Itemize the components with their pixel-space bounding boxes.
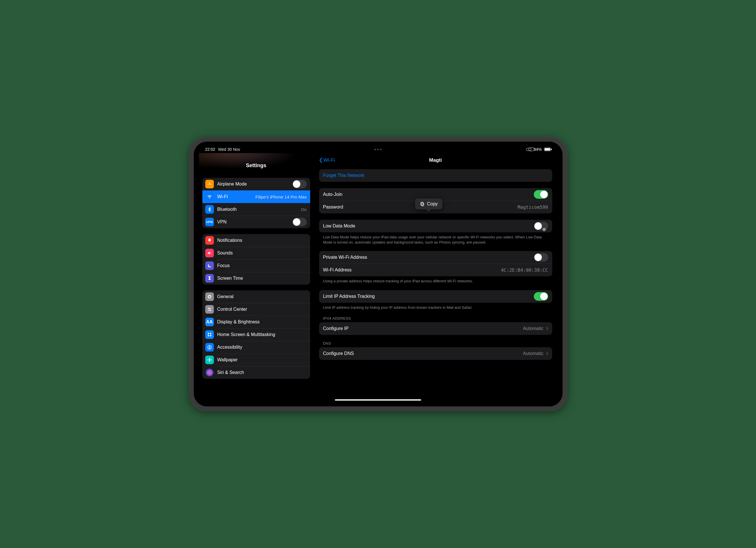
row-configure-dns[interactable]: Configure DNS Automatic [319,347,552,360]
svg-point-3 [208,308,209,309]
svg-point-0 [209,198,210,199]
sidebar-item-airplane[interactable]: Airplane Mode [202,178,310,191]
sidebar-item-label: VPN [217,220,292,225]
vpn-icon: VPN [205,218,214,226]
svg-point-12 [209,358,210,359]
sidebar-item-label: Bluetooth [217,207,299,212]
lowdata-footer: Low Data Mode helps reduce your iPad dat… [319,232,552,245]
page-title: Settings [246,163,266,169]
sidebar-item-bluetooth[interactable]: Bluetooth On [202,203,310,216]
copy-icon [420,201,425,207]
display-icon: AA [205,318,214,326]
copy-label: Copy [427,201,438,207]
row-wifi-address: Wi-Fi Address 4C:2E:B4:00:38:CC [319,264,552,276]
sidebar-item-label: Screen Time [217,276,307,281]
sliders-icon [205,305,214,313]
lowdata-toggle[interactable] [534,222,548,230]
sidebar-item-wallpaper[interactable]: Wallpaper [202,353,310,366]
svg-point-14 [207,359,208,360]
status-time: 22:02 [205,147,215,152]
back-label: Wi-Fi [324,157,335,163]
bell-icon [205,236,214,245]
ipv4-header: IPV4 ADDRESS [319,310,552,322]
row-lowdata: Low Data Mode [319,220,552,232]
configuredns-value: Automatic [523,351,543,356]
sidebar-item-label: Accessibility [217,345,307,350]
row-configure-ip[interactable]: Configure IP Automatic [319,322,552,335]
siri-icon [205,368,214,377]
sidebar-item-sounds[interactable]: Sounds [202,247,310,260]
sidebar-item-label: Airplane Mode [217,182,292,187]
svg-point-10 [209,346,210,347]
sidebar-item-display[interactable]: AA Display & Brightness [202,316,310,328]
hotspot-icon [526,148,531,151]
sidebar-item-label: Wallpaper [217,357,307,362]
detail-nav: Wi-Fi Magti [314,153,557,168]
moon-icon [205,262,214,270]
svg-rect-17 [421,202,423,205]
sidebar-item-focus[interactable]: Focus [202,260,310,272]
configureip-label: Configure IP [323,326,523,331]
svg-point-4 [210,309,211,311]
hourglass-icon [205,274,214,282]
sidebar-item-home[interactable]: Home Screen & Multitasking [202,328,310,341]
home-indicator[interactable] [335,399,421,401]
flower-icon [205,355,214,364]
sidebar-item-label: General [217,294,307,299]
battery-icon [544,148,551,151]
battery-percent: 94% [534,147,542,152]
bluetooth-value: On [298,207,306,212]
airplane-toggle[interactable] [292,180,307,189]
configuredns-label: Configure DNS [323,351,523,356]
sidebar-item-label: Focus [217,263,307,268]
svg-point-15 [210,359,212,360]
svg-rect-5 [208,333,209,334]
private-toggle[interactable] [534,253,548,262]
settings-sidebar: Settings Airplane Mode [199,153,314,402]
forget-network-button[interactable]: Forget This Network [319,169,552,182]
gear-icon [205,292,214,301]
grid-icon [205,330,214,339]
row-private-address: Private Wi-Fi Address [319,251,552,264]
status-bar: 22:02 Wed 30 Nov 94% [199,146,557,153]
accessibility-icon [205,343,214,351]
sidebar-item-general[interactable]: General [202,290,310,303]
chevron-right-icon [546,326,548,330]
sidebar-item-screentime[interactable]: Screen Time [202,272,310,284]
password-value[interactable]: Magticom599 [518,205,548,210]
limitip-label: Limit IP Address Tracking [323,294,534,299]
bluetooth-icon [205,205,214,214]
sidebar-item-control-center[interactable]: Control Center [202,303,310,316]
wifiaddr-label: Wi-Fi Address [323,268,501,273]
limitip-footer: Limit IP address tracking by hiding your… [319,303,552,310]
svg-point-11 [209,359,210,361]
row-limit-ip: Limit IP Address Tracking [319,290,552,303]
wifi-icon [205,193,214,201]
sidebar-item-wifi[interactable]: Wi-Fi Filipe's iPhone 14 Pro Max [202,191,310,203]
vpn-toggle[interactable] [292,218,307,226]
lowdata-label: Low Data Mode [323,224,534,229]
sidebar-item-vpn[interactable]: VPN VPN [202,216,310,228]
chevron-left-icon [319,157,323,163]
autojoin-toggle[interactable] [534,190,548,199]
sidebar-item-label: Control Center [217,307,307,312]
sidebar-header: Settings [199,153,314,173]
limitip-toggle[interactable] [534,292,548,301]
sidebar-item-label: Sounds [217,251,307,256]
sidebar-item-siri[interactable]: Siri & Search [202,366,310,379]
configureip-value: Automatic [523,326,543,331]
text-selection-handle[interactable] [542,228,546,231]
sidebar-item-label: Home Screen & Multitasking [217,332,307,337]
sidebar-item-label: Notifications [217,238,307,243]
multitask-dots[interactable] [375,149,382,150]
sidebar-item-accessibility[interactable]: Accessibility [202,341,310,353]
detail-title: Magti [429,157,442,163]
airplane-icon [205,180,214,189]
sidebar-item-label: Siri & Search [217,370,307,375]
svg-rect-6 [210,333,211,334]
copy-popover[interactable]: Copy [415,199,442,210]
private-label: Private Wi-Fi Address [323,255,534,260]
back-button[interactable]: Wi-Fi [319,157,335,163]
sidebar-item-notifications[interactable]: Notifications [202,234,310,247]
wifi-value: Filipe's iPhone 14 Pro Max [253,195,307,199]
